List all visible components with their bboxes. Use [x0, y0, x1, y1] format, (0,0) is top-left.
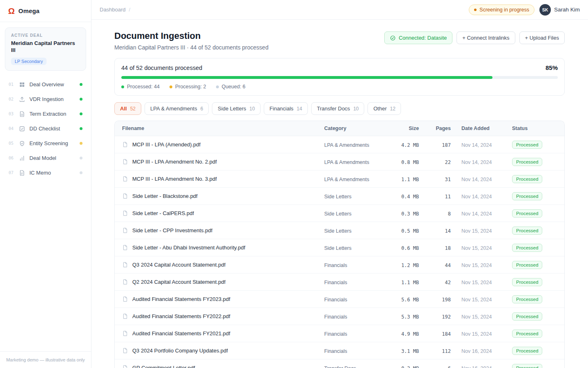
sidebar-item-deal-model[interactable]: 06 Deal Model [5, 151, 86, 166]
step-number: 01 [9, 82, 15, 87]
table-row[interactable]: MCP III - LPA Amendment No. 3.pdf LPA & … [115, 171, 564, 188]
pages-cell: 184 [442, 331, 451, 337]
sidebar-item-vdr-ingestion[interactable]: 02 VDR Ingestion [5, 92, 86, 107]
category-cell: Side Letters [324, 228, 352, 234]
status-badge: Processed [512, 347, 542, 355]
tab-all[interactable]: All 52 [114, 102, 141, 115]
table-row[interactable]: Audited Financial Statements FY2021.pdf … [115, 325, 564, 342]
filename-text: Q3 2024 Capital Account Statement.pdf [132, 262, 225, 268]
date-added-cell: Nov 14, 2024 [461, 159, 492, 165]
table-row[interactable]: Audited Financial Statements FY2023.pdf … [115, 291, 564, 308]
tab-other[interactable]: Other 12 [368, 102, 401, 115]
sidebar: Ω Omega ACTIVE DEAL Meridian Capital Par… [0, 0, 91, 368]
filename-text: Side Letter - CPP Investments.pdf [132, 227, 212, 233]
pages-cell: 192 [442, 314, 451, 320]
sidebar-item-label: DD Checklist [29, 126, 76, 132]
status-badge: Processed [512, 330, 542, 338]
table-row[interactable]: Q3 2024 Portfolio Company Updates.pdf Fi… [115, 342, 564, 359]
status-dot [80, 142, 82, 145]
sidebar-item-term-extraction[interactable]: 03 Term Extraction [5, 107, 86, 121]
file-icon [122, 296, 128, 302]
filename-text: MCP III - LPA (Amended).pdf [132, 141, 200, 148]
pages-cell: 8 [448, 211, 451, 217]
sidebar-item-entity-screening[interactable]: 05 Entity Screening [5, 136, 86, 151]
step-number: 02 [9, 97, 15, 101]
date-added-cell: Nov 14, 2024 [461, 194, 492, 200]
step-number: 07 [9, 171, 15, 175]
date-added-cell: Nov 16, 2024 [461, 366, 492, 368]
table-row[interactable]: MCP III - LPA (Amended).pdf LPA & Amendm… [115, 136, 564, 153]
progress-header: 44 of 52 documents processed 85% [121, 64, 558, 71]
status-badge: Processed [512, 175, 542, 183]
page-title: Document Ingestion [114, 31, 268, 41]
pages-cell: 11 [445, 194, 451, 200]
step-number: 06 [9, 156, 15, 160]
table-row[interactable]: Audited Financial Statements FY2022.pdf … [115, 308, 564, 325]
connected-datasite-button[interactable]: Connected: Datasite [384, 31, 452, 44]
file-icon [122, 348, 128, 354]
sidebar-item-ic-memo[interactable]: 07 IC Memo [5, 166, 86, 180]
date-added-cell: Nov 15, 2024 [461, 280, 492, 285]
category-cell: Financials [324, 314, 347, 320]
table-row[interactable]: MCP III - LPA Amendment No. 2.pdf LPA & … [115, 153, 564, 171]
filename-cell: MCP III - LPA Amendment No. 3.pdf [115, 176, 324, 182]
grid-icon [19, 81, 25, 88]
table-row[interactable]: Side Letter - CalPERS.pdf Side Letters 0… [115, 205, 564, 222]
sidebar-item-dd-checklist[interactable]: 04 DD Checklist [5, 121, 86, 136]
table-row[interactable]: Q3 2024 Capital Account Statement.pdf Fi… [115, 256, 564, 274]
tab-side-letters[interactable]: Side Letters 10 [212, 102, 261, 115]
breadcrumb-dashboard[interactable]: Dashboard [100, 7, 126, 13]
table-row[interactable]: Side Letter - Abu Dhabi Investment Autho… [115, 239, 564, 256]
size-cell: 1.2 MB [401, 263, 419, 268]
legend-item-processed: Processed: 44 [121, 84, 160, 90]
filename-text: Audited Financial Statements FY2023.pdf [132, 296, 230, 302]
progress-bar-fill [121, 76, 492, 79]
step-number: 03 [9, 112, 15, 116]
tab-financials[interactable]: Financials 14 [264, 102, 308, 115]
topbar-right: Screening in progress SK Sarah Kim [469, 4, 580, 16]
status-badge: Processed [512, 192, 542, 200]
tab-lpa-amendments[interactable]: LPA & Amendments 6 [145, 102, 209, 115]
filename-cell: Q3 2024 Portfolio Company Updates.pdf [115, 348, 324, 354]
status-dot [80, 127, 82, 130]
omega-logo-icon: Ω [8, 7, 15, 15]
table-row[interactable]: Q2 2024 Capital Account Statement.pdf Fi… [115, 274, 564, 291]
status-badge: Processed [512, 227, 542, 235]
document-icon [19, 111, 25, 117]
legend-item-processing: Processing: 2 [169, 84, 206, 90]
size-cell: 5.6 MB [401, 297, 419, 303]
check-circle-icon [390, 35, 396, 41]
active-deal-name: Meridian Capital Partners III [11, 40, 80, 54]
date-added-cell: Nov 15, 2024 [461, 245, 492, 251]
category-cell: Side Letters [324, 211, 352, 217]
memo-icon [19, 170, 25, 176]
sidebar-item-label: Deal Overview [29, 81, 76, 88]
topbar: Dashboard / Screening in progress SK Sar… [91, 0, 588, 20]
filename-cell: MCP III - LPA (Amended).pdf [115, 141, 324, 148]
legend-label: Processing: 2 [175, 84, 206, 90]
file-icon [122, 227, 128, 233]
category-filter-tabs: All 52 LPA & Amendments 6 Side Letters 1… [114, 102, 565, 115]
sidebar-item-deal-overview[interactable]: 01 Deal Overview [5, 77, 86, 92]
column-header-date-added: Date Added [451, 126, 512, 131]
file-icon [122, 210, 128, 216]
status-dot [80, 171, 82, 174]
table-row[interactable]: GP Commitment Letter.pdf Transfer Docs 0… [115, 359, 564, 368]
filename-cell: Q3 2024 Capital Account Statement.pdf [115, 262, 324, 268]
tab-transfer-docs[interactable]: Transfer Docs 10 [311, 102, 365, 115]
upload-icon [19, 96, 25, 103]
connect-intralinks-button[interactable]: + Connect Intralinks [457, 31, 515, 44]
tab-label: Financials [270, 105, 294, 112]
table-row[interactable]: Side Letter - Blackstone.pdf Side Letter… [115, 188, 564, 205]
file-icon [122, 313, 128, 319]
table-row[interactable]: Side Letter - CPP Investments.pdf Side L… [115, 222, 564, 239]
user-menu[interactable]: SK Sarah Kim [539, 4, 580, 16]
status-dot [80, 112, 82, 115]
page-subtitle: Meridian Capital Partners III · 44 of 52… [114, 44, 268, 51]
category-cell: Financials [324, 263, 347, 268]
legend-item-queued: Queued: 6 [216, 84, 245, 90]
filename-cell: GP Commitment Letter.pdf [115, 365, 324, 368]
category-cell: Financials [324, 297, 347, 303]
date-added-cell: Nov 14, 2024 [461, 211, 492, 217]
upload-files-button[interactable]: + Upload Files [519, 31, 565, 44]
